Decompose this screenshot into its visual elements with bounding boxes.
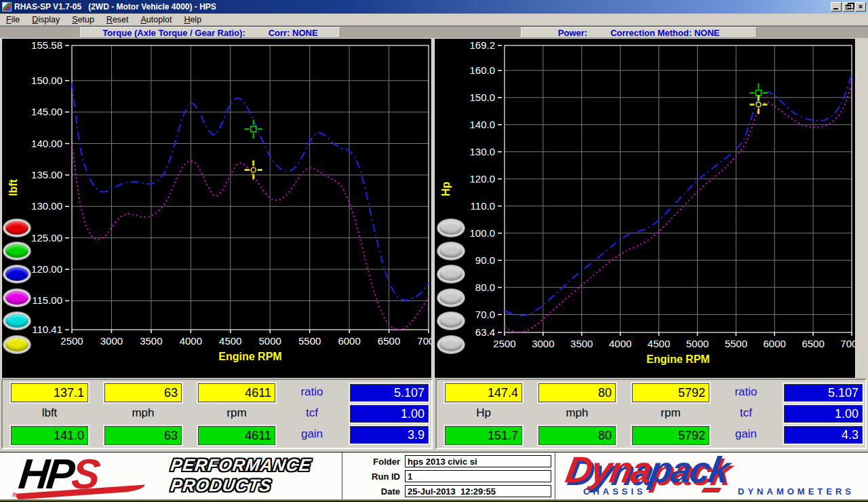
ytick-label-63.4: 63.4	[475, 326, 495, 338]
ytick-label-90.0: 90.0	[475, 254, 495, 266]
power-ratio-value: 5.107	[784, 384, 863, 402]
plot-button-green[interactable]	[3, 242, 31, 260]
power-cursor-value-mph: 80	[538, 383, 616, 402]
torque-ratio-label: ratio	[282, 385, 342, 400]
restore-button[interactable]	[843, 2, 854, 12]
torque-chart-panel[interactable]: 155.58150.00145.00140.00135.00130.00125.…	[1, 38, 432, 379]
torque-chart[interactable]: 155.58150.00145.00140.00135.00130.00125.…	[2, 39, 431, 378]
xtick-label-6500: 6500	[802, 338, 824, 349]
curve-overlay-run-power	[505, 75, 852, 315]
torque-unit-label-lbft: lbft	[11, 406, 88, 421]
ytick-label-150.00: 150.00	[31, 75, 62, 86]
xtick-label-5500: 5500	[298, 335, 321, 347]
plot-button-cyan[interactable]	[3, 312, 31, 330]
xtick-label-4500: 4500	[648, 338, 670, 349]
torque-overlay-value-lbft: 141.0	[11, 426, 88, 445]
hps-tagline-performance: PERFORMANCE	[170, 455, 313, 475]
run-id-input[interactable]	[405, 470, 551, 482]
power-overlay-value-mph: 80	[538, 426, 616, 445]
ytick-label-110.0: 110.0	[471, 200, 495, 212]
power-tcf-value: 1.00	[784, 405, 863, 423]
dynapack-subtitle: CHASSIS DYNAMOMETERS	[583, 486, 854, 497]
xtick-label-4000: 4000	[609, 338, 631, 349]
xtick-label-4500: 4500	[219, 335, 241, 347]
torque-unit-label-mph: mph	[104, 406, 182, 421]
power-header-correction: Correction Method: NONE	[610, 28, 719, 38]
plot-button-gray-6[interactable]	[437, 336, 465, 353]
plot-button-red[interactable]	[3, 219, 31, 237]
torque-gain-value: 3.9	[350, 426, 429, 444]
plot-button-gray-4[interactable]	[437, 289, 465, 307]
ytick-label-169.2: 169.2	[469, 39, 495, 51]
minimize-button[interactable]	[831, 2, 842, 12]
ytick-label-110.41: 110.41	[32, 324, 62, 335]
power-tcf-label: tcf	[716, 406, 776, 421]
power-header-title: Power:	[558, 28, 587, 38]
ytick-label-135.00: 135.00	[31, 169, 62, 180]
close-button[interactable]: ✕	[855, 2, 866, 12]
ytick-label-130.0: 130.0	[469, 146, 495, 157]
ytick-label-140.00: 140.00	[31, 138, 62, 149]
window-title: RHAS-SP V1.7-05 (2WD - Motor Vehicle 400…	[14, 2, 216, 12]
plot-border	[505, 45, 852, 332]
chart-header-strip: Torque (Axle Torque / Gear Ratio): Corr:…	[0, 26, 868, 38]
menu-item-display[interactable]: Display	[26, 14, 66, 25]
ytick-label-80.0: 80.0	[475, 282, 495, 293]
date-field-row: Date	[347, 485, 551, 497]
xtick-label-7000: 7000	[417, 335, 431, 347]
xtick-label-7000: 7000	[840, 338, 855, 349]
menu-item-autoplot[interactable]: Autoplot	[135, 14, 178, 25]
power-chart[interactable]: 169.2160.0150.0140.0130.0120.0110.0100.0…	[435, 39, 855, 378]
x-axis-title: Engine RPM	[218, 351, 281, 362]
app-icon	[2, 2, 12, 12]
date-input[interactable]	[405, 485, 551, 497]
footer-divider-right	[555, 452, 555, 500]
dynapack-logo: Dynapack	[563, 448, 732, 490]
plot-button-gray-5[interactable]	[437, 312, 465, 330]
torque-gain-label: gain	[282, 427, 342, 442]
ytick-label-125.00: 125.00	[31, 232, 62, 244]
cursor-yellow-circle[interactable]	[245, 160, 262, 179]
torque-cursor-value-lbft: 137.1	[11, 383, 88, 402]
plot-button-blue[interactable]	[3, 265, 31, 283]
cursor-yellow-circle[interactable]	[750, 95, 768, 114]
power-overlay-value-rpm: 5792	[632, 426, 709, 445]
torque-header-correction: Corr: NONE	[269, 28, 318, 38]
run-id-field-row: Run ID	[347, 470, 551, 482]
torque-readout-panel: 137.1634611lbftmphrpm141.0634611ratio5.1…	[1, 379, 433, 449]
xtick-label-3500: 3500	[570, 338, 593, 349]
plot-button-gray-2[interactable]	[437, 242, 465, 260]
ytick-label-160.0: 160.0	[469, 64, 495, 76]
xtick-label-3000: 3000	[100, 335, 123, 347]
menu-item-setup[interactable]: Setup	[66, 14, 100, 25]
power-gain-value: 4.3	[784, 426, 863, 444]
xtick-label-3000: 3000	[532, 338, 554, 349]
plot-button-magenta[interactable]	[3, 289, 31, 307]
app-window: RHAS-SP V1.7-05 (2WD - Motor Vehicle 400…	[0, 0, 868, 502]
folder-input[interactable]	[405, 455, 551, 467]
torque-header-title: Torque (Axle Torque / Gear Ratio):	[102, 28, 245, 38]
menu-item-reset[interactable]: Reset	[100, 14, 135, 25]
menu-item-help[interactable]: Help	[178, 14, 208, 25]
x-axis-title: Engine RPM	[646, 353, 709, 365]
plot-button-gray-3[interactable]	[437, 265, 465, 283]
cursor-green-square[interactable]	[245, 119, 262, 138]
folder-field-row: Folder	[347, 455, 551, 467]
folder-label: Folder	[347, 457, 400, 467]
plot-button-gray-1[interactable]	[437, 219, 465, 237]
titlebar[interactable]: RHAS-SP V1.7-05 (2WD - Motor Vehicle 400…	[0, 0, 868, 14]
curve-current-run-torque	[72, 144, 429, 329]
ytick-label-100.0: 100.0	[469, 227, 495, 239]
xtick-label-5500: 5500	[725, 338, 747, 349]
xtick-label-3500: 3500	[140, 335, 162, 347]
plot-button-yellow[interactable]	[3, 336, 31, 353]
xtick-label-5000: 5000	[259, 335, 281, 347]
curve-overlay-run-torque	[72, 83, 429, 301]
power-unit-label-Hp: Hp	[445, 406, 522, 421]
footer: ® HPS PERFORMANCE PRODUCTS Folder Run ID…	[0, 452, 868, 499]
menu-item-file[interactable]: File	[0, 14, 26, 25]
torque-unit-label-rpm: rpm	[198, 406, 275, 421]
power-chart-panel[interactable]: 169.2160.0150.0140.0130.0120.0110.0100.0…	[434, 38, 856, 379]
run-id-label: Run ID	[347, 471, 400, 482]
ytick-label-120.00: 120.00	[31, 263, 62, 275]
